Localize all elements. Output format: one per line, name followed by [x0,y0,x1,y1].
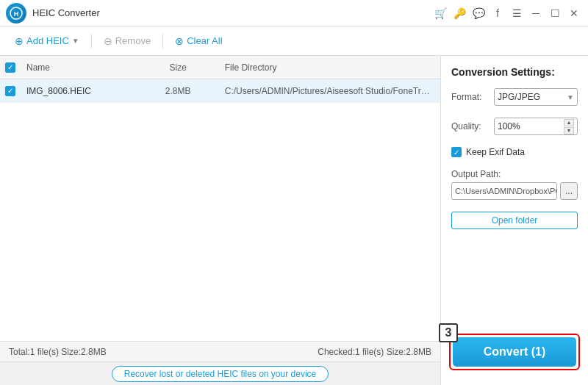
quality-spinner: ▲ ▼ [564,119,574,134]
convert-wrapper: 3 Convert (1) [449,334,580,370]
output-path-box: C:\Users\ADMIN\Dropbox\PC\ [451,182,557,200]
convert-button-outline: Convert (1) [449,334,580,370]
cart-icon[interactable]: 🛒 [432,5,448,21]
title-bar: H HEIC Converter 🛒 🔑 💬 f ☰ ─ ☐ ✕ [0,0,588,26]
format-select[interactable]: JPG/JPEG ▼ [494,88,578,106]
col-header-directory: File Directory [219,62,440,73]
quality-increment[interactable]: ▲ [564,119,574,126]
select-all-checkbox[interactable] [5,62,15,73]
browse-button[interactable]: ... [560,182,578,200]
exif-label: Keep Exif Data [466,147,525,157]
output-section: Output Path: C:\Users\ADMIN\Dropbox\PC\ … [451,169,578,200]
status-bar: Total:1 file(s) Size:2.8MB Checked:1 fil… [0,341,440,361]
header-checkbox-cell [0,62,21,73]
status-left: Total:1 file(s) Size:2.8MB [9,347,107,357]
file-area: Name Size File Directory IMG_8006.HEIC 2… [0,56,441,385]
col-header-name: Name [21,62,137,73]
row-checkbox-cell [0,86,21,96]
panel-title: Conversion Settings: [451,66,578,78]
recover-files-button[interactable]: Recover lost or deleted HEIC files on yo… [112,366,329,382]
quality-row: Quality: 100% ▲ ▼ [451,118,578,135]
exif-row: Keep Exif Data [451,147,578,157]
format-label: Format: [451,92,490,102]
table-row[interactable]: IMG_8006.HEIC 2.8MB C:/Users/ADMIN/Pictu… [0,79,440,103]
table-body: IMG_8006.HEIC 2.8MB C:/Users/ADMIN/Pictu… [0,79,440,341]
status-right: Checked:1 file(s) Size:2.8MB [318,347,431,357]
toolbar: ⊕ Add HEIC ▼ ⊖ Remove ⊗ Clear All [0,26,588,56]
row-checkbox[interactable] [5,86,15,96]
format-dropdown-icon: ▼ [567,93,574,101]
add-heic-button[interactable]: ⊕ Add HEIC ▼ [7,32,87,51]
minus-icon: ⊖ [104,35,112,47]
toolbar-divider-1 [91,34,92,48]
cell-size: 2.8MB [137,86,219,96]
svg-text:H: H [14,10,19,18]
window-controls: 🛒 🔑 💬 f ☰ ─ ☐ ✕ [432,5,582,21]
main-layout: Name Size File Directory IMG_8006.HEIC 2… [0,56,588,385]
maximize-button[interactable]: ☐ [547,5,563,21]
format-row: Format: JPG/JPEG ▼ [451,88,578,106]
right-panel: Conversion Settings: Format: JPG/JPEG ▼ … [441,56,588,385]
remove-button[interactable]: ⊖ Remove [96,32,158,51]
quality-decrement[interactable]: ▼ [564,127,574,134]
close-button[interactable]: ✕ [566,5,582,21]
menu-icon[interactable]: ☰ [509,5,525,21]
plus-icon: ⊕ [15,35,24,47]
minimize-button[interactable]: ─ [528,5,544,21]
output-path-row: C:\Users\ADMIN\Dropbox\PC\ ... [451,182,578,200]
cell-filename: IMG_8006.HEIC [21,86,137,96]
output-path-label: Output Path: [451,169,578,179]
toolbar-divider-2 [162,34,163,48]
convert-button[interactable]: Convert (1) [453,337,576,367]
exif-checkbox[interactable] [451,147,462,157]
clear-all-button[interactable]: ⊗ Clear All [168,32,229,51]
app-logo: H [6,3,26,24]
quality-input[interactable]: 100% ▲ ▼ [494,118,578,135]
col-header-size: Size [137,62,219,73]
facebook-icon[interactable]: f [490,5,506,21]
open-folder-button[interactable]: Open folder [451,212,578,229]
key-icon[interactable]: 🔑 [451,5,467,21]
cell-directory: C:/Users/ADMIN/Pictures/Aiseesoft Studio… [219,86,440,96]
clear-icon: ⊗ [175,35,184,47]
app-title: HEIC Converter [32,7,432,18]
bottom-bar: Recover lost or deleted HEIC files on yo… [0,361,440,385]
quality-label: Quality: [451,121,490,132]
dropdown-arrow-icon: ▼ [72,37,79,45]
table-header: Name Size File Directory [0,56,440,79]
step-badge: 3 [439,323,458,342]
convert-area: 3 Convert (1) [451,237,578,378]
chat-icon[interactable]: 💬 [470,5,487,21]
